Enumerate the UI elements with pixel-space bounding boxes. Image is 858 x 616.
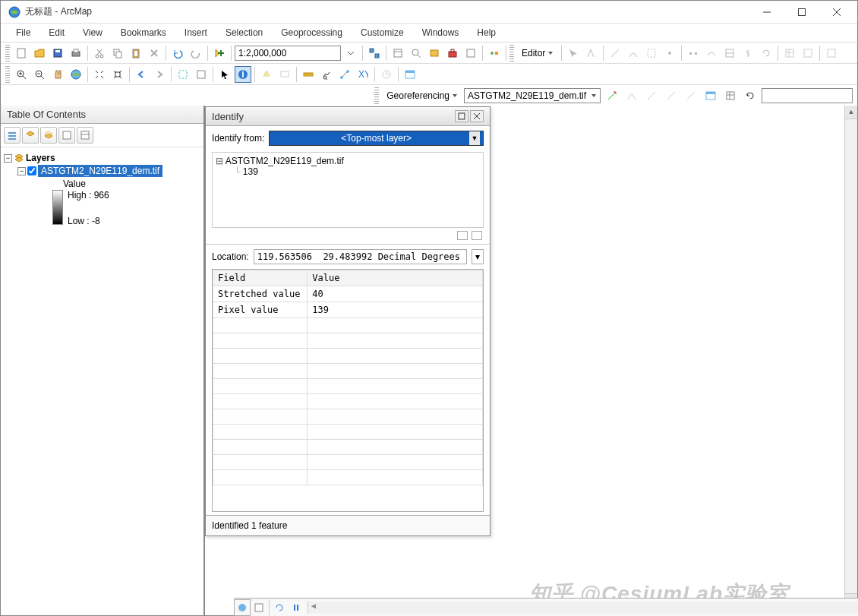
minimize-button[interactable]: [749, 1, 784, 24]
identify-close-icon[interactable]: [470, 110, 484, 122]
select-features-icon[interactable]: [175, 66, 191, 83]
delete-icon[interactable]: [146, 45, 162, 62]
zoom-to-link-icon[interactable]: [663, 87, 680, 104]
search-icon[interactable]: [408, 45, 424, 62]
data-view-tab-icon[interactable]: [234, 599, 251, 616]
auto-registration-icon[interactable]: [623, 87, 640, 104]
identify-icon[interactable]: i: [235, 66, 251, 83]
layer-name[interactable]: ASTGTM2_N29E119_dem.tif: [38, 165, 162, 177]
identify-pin-icon[interactable]: [472, 231, 482, 240]
hyperlink-icon[interactable]: [258, 66, 275, 83]
list-by-source-icon[interactable]: [22, 127, 39, 144]
find-icon[interactable]: [318, 66, 335, 83]
time-slider-icon[interactable]: [378, 66, 395, 83]
model-builder-icon[interactable]: [486, 45, 503, 62]
layers-root-label[interactable]: Layers: [26, 153, 55, 163]
fixed-zoom-out-icon[interactable]: [109, 66, 126, 83]
fixed-zoom-in-icon[interactable]: [91, 66, 108, 83]
cut-polygons-icon[interactable]: [721, 45, 738, 62]
print-icon[interactable]: [68, 45, 84, 62]
scale-dropdown-icon[interactable]: [342, 45, 359, 62]
vertical-scrollbar[interactable]: [844, 106, 857, 607]
undo-icon[interactable]: [169, 45, 186, 62]
menu-windows[interactable]: Windows: [415, 26, 467, 39]
refresh-icon[interactable]: [271, 599, 288, 616]
python-icon[interactable]: [462, 45, 479, 62]
arccatalog-icon[interactable]: [426, 45, 443, 62]
identify-tree-value[interactable]: 139: [243, 166, 258, 177]
viewer-window-icon[interactable]: [402, 66, 418, 83]
goto-xy-icon[interactable]: XY: [355, 66, 371, 83]
map-scale-input[interactable]: [235, 46, 341, 61]
list-by-selection-icon[interactable]: [58, 127, 75, 144]
list-by-visibility-icon[interactable]: [40, 127, 57, 144]
select-link-icon[interactable]: [643, 87, 660, 104]
html-popup-icon[interactable]: [276, 66, 293, 83]
measure-icon[interactable]: [300, 66, 317, 83]
open-icon[interactable]: [31, 45, 48, 62]
options-icon[interactable]: [77, 127, 93, 144]
identify-dock-icon[interactable]: [457, 231, 468, 240]
pan-icon[interactable]: [49, 66, 66, 83]
find-route-icon[interactable]: [336, 66, 353, 83]
georeferencing-menu[interactable]: Georeferencing: [383, 89, 461, 103]
identify-maximize-icon[interactable]: [455, 110, 468, 122]
attributes-icon[interactable]: [781, 45, 798, 62]
identify-tree-layer[interactable]: ASTGTM2_N29E119_dem.tif: [226, 156, 344, 166]
menu-help[interactable]: Help: [469, 26, 503, 39]
toolbar-grip[interactable]: [5, 45, 10, 62]
back-icon[interactable]: [133, 66, 150, 83]
identify-from-combo[interactable]: <Top-most layer>: [269, 131, 484, 146]
edit-tool-icon[interactable]: [565, 45, 582, 62]
new-icon[interactable]: [13, 45, 30, 62]
redo-icon[interactable]: [188, 45, 204, 62]
reshape-icon[interactable]: [703, 45, 720, 62]
tree-collapse-icon[interactable]: −: [4, 154, 12, 163]
maximize-button[interactable]: [784, 1, 819, 24]
layer-visibility-checkbox[interactable]: [27, 166, 36, 175]
georef-layer-combo[interactable]: ASTGTM2_N29E119_dem.tif: [464, 88, 601, 103]
full-extent-icon[interactable]: [68, 66, 84, 83]
menu-bookmarks[interactable]: Bookmarks: [113, 26, 174, 39]
paste-icon[interactable]: [128, 45, 144, 62]
identify-attributes-table[interactable]: FieldValue Stretched value40 Pixel value…: [212, 269, 484, 512]
catalog-icon[interactable]: [390, 45, 406, 62]
menu-insert[interactable]: Insert: [177, 26, 215, 39]
menu-view[interactable]: View: [75, 26, 110, 39]
select-elements-icon[interactable]: [216, 66, 233, 83]
forward-icon[interactable]: [151, 66, 168, 83]
rotate-icon[interactable]: [758, 45, 774, 62]
edit-annotation-icon[interactable]: [583, 45, 600, 62]
menu-geoprocessing[interactable]: Geoprocessing: [273, 26, 350, 39]
toolbox-icon[interactable]: [444, 45, 461, 62]
add-control-points-icon[interactable]: [604, 87, 620, 104]
save-icon[interactable]: [49, 45, 66, 62]
identify-result-tree[interactable]: ⊟ ASTGTM2_N29E119_dem.tif └ 139: [212, 152, 484, 228]
close-button[interactable]: [819, 1, 854, 24]
cut-icon[interactable]: [91, 45, 108, 62]
menu-edit[interactable]: Edit: [41, 26, 72, 39]
toolbar-grip[interactable]: [5, 66, 10, 83]
trace-icon[interactable]: [643, 45, 660, 62]
straight-segment-icon[interactable]: [607, 45, 623, 62]
location-input[interactable]: [254, 249, 467, 264]
pause-drawing-icon[interactable]: [288, 599, 304, 616]
sketch-props-icon[interactable]: [800, 45, 816, 62]
point-icon[interactable]: [661, 45, 678, 62]
clear-selection-icon[interactable]: [193, 66, 210, 83]
zoom-out-icon[interactable]: [31, 66, 48, 83]
arc-segment-icon[interactable]: [625, 45, 642, 62]
split-icon[interactable]: [740, 45, 756, 62]
zoom-in-icon[interactable]: [13, 66, 30, 83]
menu-customize[interactable]: Customize: [353, 26, 412, 39]
editor-menu-button[interactable]: Editor: [517, 46, 558, 60]
rotation-input[interactable]: [762, 88, 853, 103]
delete-link-icon[interactable]: [683, 87, 699, 104]
copy-icon[interactable]: [109, 45, 126, 62]
layout-view-tab-icon[interactable]: [251, 599, 267, 616]
tree-collapse-icon[interactable]: −: [17, 167, 26, 175]
viewer-link-icon[interactable]: [702, 87, 719, 104]
rotate-tool-icon[interactable]: [742, 87, 759, 104]
create-features-icon[interactable]: [823, 45, 840, 62]
link-table-icon[interactable]: [722, 87, 739, 104]
